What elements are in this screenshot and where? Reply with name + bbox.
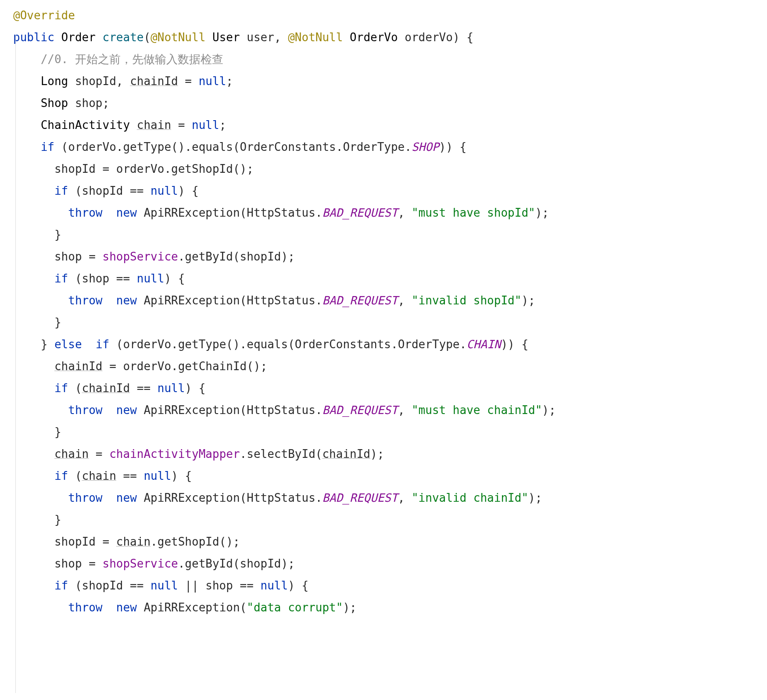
code-token: if (54, 469, 68, 482)
code-line[interactable]: if (shop == null) { (13, 268, 767, 289)
code-token: ) { (178, 184, 199, 197)
code-token: ( (143, 31, 151, 44)
code-token: user, (240, 31, 288, 44)
code-token: = orderVo.getChainId(); (103, 360, 268, 373)
code-line[interactable]: } (13, 509, 767, 531)
code-token: , (398, 206, 412, 219)
code-line[interactable]: ChainActivity chain = null; (13, 114, 767, 136)
code-token: } (54, 316, 61, 329)
code-line[interactable]: } else if (orderVo.getType().equals(Orde… (13, 333, 767, 355)
code-token: ) { (164, 272, 185, 285)
code-token: )) { (439, 140, 467, 154)
code-line[interactable]: @Override (13, 4, 767, 26)
code-token (130, 118, 137, 132)
code-token: null (143, 469, 171, 482)
code-line[interactable]: chainId = orderVo.getChainId(); (13, 355, 767, 377)
code-token: .getById(shopId); (178, 250, 295, 263)
code-token (103, 206, 116, 219)
code-token: shop = (54, 557, 103, 570)
code-token: == (116, 469, 144, 482)
code-token: shopService (103, 250, 178, 263)
code-line[interactable]: shopId = orderVo.getShopId(); (13, 158, 767, 180)
code-token: new (116, 404, 137, 417)
code-token: null (158, 382, 185, 395)
code-line[interactable]: if (orderVo.getType().equals(OrderConsta… (13, 136, 767, 158)
code-line[interactable]: throw new ApiRRException(HttpStatus.BAD_… (13, 399, 767, 421)
code-token: (shop == (68, 272, 137, 285)
code-token: ); (535, 206, 549, 219)
code-token: ApiRRException(HttpStatus. (137, 404, 323, 417)
code-token: (orderVo.getType().equals(OrderConstants… (109, 338, 466, 351)
code-line[interactable]: shop = shopService.getById(shopId); (13, 246, 767, 268)
code-token: shop; (68, 96, 109, 110)
code-token: orderVo) { (398, 31, 473, 44)
code-token: new (116, 491, 137, 504)
code-token: ); (521, 294, 535, 307)
code-line[interactable]: public Order create(@NotNull User user, … (13, 26, 767, 48)
code-token: Shop (41, 96, 68, 110)
code-line[interactable]: if (chain == null) { (13, 465, 767, 487)
code-line[interactable]: throw new ApiRRException(HttpStatus.BAD_… (13, 289, 767, 311)
code-line[interactable]: } (13, 224, 767, 246)
code-line[interactable]: throw new ApiRRException(HttpStatus.BAD_… (13, 202, 767, 224)
code-token: throw (68, 206, 102, 219)
code-line[interactable]: shopId = chain.getShopId(); (13, 531, 767, 553)
code-token: null (151, 579, 178, 592)
code-line[interactable]: if (shopId == null) { (13, 180, 767, 202)
code-token: Long (41, 75, 68, 88)
code-token: , (398, 404, 412, 417)
code-token: == (130, 382, 158, 395)
code-token: "data corrupt" (247, 601, 343, 614)
code-token: } (54, 425, 61, 439)
code-line[interactable]: if (shopId == null || shop == null) { (13, 575, 767, 596)
code-token: User (212, 31, 240, 44)
code-token: .selectById( (240, 447, 323, 461)
code-token: BAD_REQUEST (322, 206, 398, 219)
code-line[interactable]: } (13, 311, 767, 333)
code-token: } (54, 513, 61, 526)
code-token: } (54, 228, 61, 241)
code-token: ; (226, 75, 233, 88)
code-token: create (103, 31, 144, 44)
code-token: CHAIN (466, 338, 501, 351)
code-line[interactable]: } (13, 421, 767, 443)
code-token (205, 31, 212, 44)
code-token: null (137, 272, 165, 285)
code-token: throw (68, 491, 102, 504)
code-token: else (54, 338, 82, 351)
code-token: ); (528, 491, 542, 504)
code-token: throw (68, 294, 102, 307)
code-token (82, 338, 96, 351)
code-line[interactable]: //0. 开始之前，先做输入数据检查 (13, 48, 767, 70)
code-token: chainActivityMapper (109, 447, 240, 461)
code-line[interactable]: Long shopId, chainId = null; (13, 70, 767, 92)
code-token: if (96, 338, 109, 351)
code-editor[interactable]: @Overridepublic Order create(@NotNull Us… (0, 0, 767, 618)
code-token: SHOP (412, 140, 439, 154)
code-token: .getById(shopId); (178, 557, 295, 570)
code-line[interactable]: if (chainId == null) { (13, 377, 767, 399)
code-token: ApiRRException(HttpStatus. (137, 491, 323, 504)
code-token: BAD_REQUEST (322, 404, 398, 417)
code-line[interactable]: chain = chainActivityMapper.selectById(c… (13, 443, 767, 465)
code-line[interactable]: Shop shop; (13, 92, 767, 114)
code-token: (shopId == (68, 579, 151, 592)
code-line[interactable]: throw new ApiRRException(HttpStatus.BAD_… (13, 487, 767, 509)
code-line[interactable]: throw new ApiRRException("data corrupt")… (13, 596, 767, 618)
code-token: "invalid chainId" (412, 491, 528, 504)
code-token: ); (542, 404, 556, 417)
code-token: chain (116, 535, 151, 548)
code-token: Order (61, 31, 96, 44)
code-token: ) { (185, 382, 205, 395)
code-token: ApiRRException(HttpStatus. (137, 294, 323, 307)
code-token: ) { (288, 579, 308, 592)
code-line[interactable]: shop = shopService.getById(shopId); (13, 553, 767, 575)
code-token: ChainActivity (41, 118, 130, 132)
code-token: @NotNull (151, 31, 205, 44)
code-token: ); (370, 447, 384, 461)
code-token: BAD_REQUEST (322, 491, 398, 504)
code-token: } (41, 338, 54, 351)
code-token: (shopId == (68, 184, 151, 197)
code-token: new (116, 294, 137, 307)
code-token (103, 491, 116, 504)
